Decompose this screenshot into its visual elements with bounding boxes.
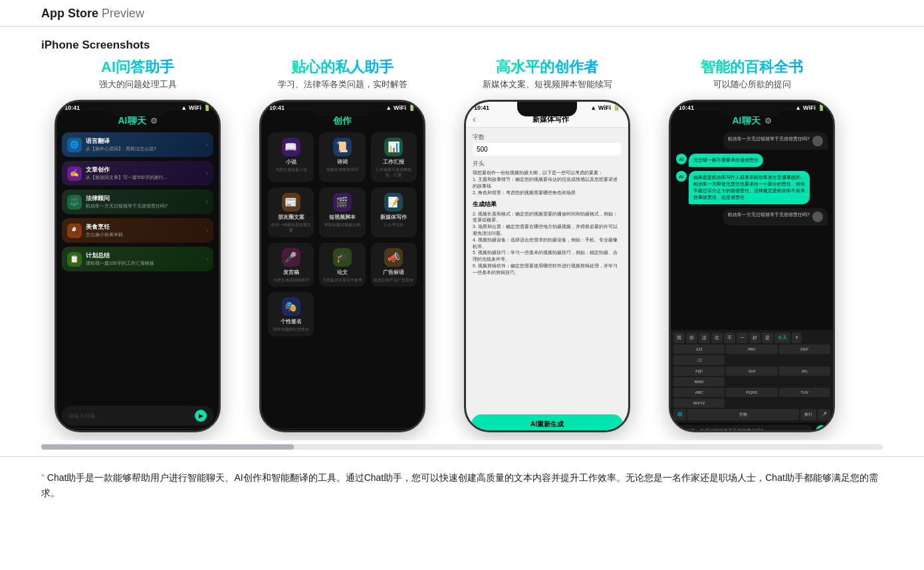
key-mno[interactable]: MNO	[673, 377, 725, 386]
grid-item[interactable]: 📝 新媒体写作 公众号写作	[371, 188, 417, 237]
chevron-right-icon: ›	[206, 141, 208, 148]
screen4: AI聊天 ⚙ 机动车一方无过错就等于无偿偿责任吗? AI 无过错一般不需要承担侵…	[671, 111, 833, 432]
gear-icon: ⚙	[764, 116, 772, 126]
chevron-right-icon: ›	[206, 198, 208, 206]
chevron-right-icon: ›	[206, 255, 208, 263]
chat-item-icon: 🍳	[67, 223, 82, 238]
key-globe[interactable]: 🌐	[673, 409, 686, 420]
list-item[interactable]: 🌐 语言翻译 从【旅外心灵回】: 用简洁怎么说? ›	[62, 132, 213, 157]
grid-item[interactable]: 🎓 论文 为您提供文章写作参考	[319, 243, 365, 287]
phone3-notch	[517, 102, 577, 116]
tab-mine[interactable]: 我的	[392, 432, 401, 432]
key-123[interactable]: 123	[673, 345, 725, 354]
screen3: ‹ 新媒体写作 字数 500 开头 我想要创作一份短视频拍摄大纲，以下是一些可以…	[466, 111, 628, 432]
scroll-thumb	[41, 444, 294, 450]
keyboard-bot-row: ABC PQRS TUV WXYZ	[673, 388, 830, 408]
chat-item-icon: 🌐	[67, 138, 82, 152]
message-user: 机动车一方无过错就等于无偿偿责任吗?	[723, 132, 828, 150]
tab-home[interactable]: 首页	[284, 432, 293, 432]
back-button[interactable]: ‹	[473, 114, 476, 124]
list-item[interactable]: ⚖️ 法律顾问 机动车一方无过错就等于无偿偿责任吗? ›	[62, 190, 213, 214]
key-pqrs[interactable]: PQRS	[726, 388, 777, 397]
grid-item[interactable]: 📊 工作汇报 工作成果写成成果报告，汇报	[371, 132, 417, 182]
phone2-subtitle: 学习、法律等各类问题，实时解答	[278, 78, 407, 90]
key-space[interactable]: 空格	[687, 409, 799, 420]
grid-item-icon: 📖	[282, 138, 300, 156]
tab-home[interactable]: 首页	[79, 432, 88, 432]
grid-item[interactable]: 🎤 发言稿 为您生成演讲稿技巧	[268, 243, 314, 287]
key-ghi[interactable]: #@!	[673, 366, 725, 376]
chat-input[interactable]: 机动车一方无过错就等于无偿偿责任吗?	[676, 425, 813, 432]
key-wxyz[interactable]: WXYZ	[673, 398, 725, 408]
s3-body: 字数 500 开头 我想要创作一份短视频拍摄大纲，以下是一些可以考虑的要素：1.…	[466, 128, 628, 409]
chat-item-title: 法律顾问	[86, 194, 202, 203]
chat-item-icon: ⚖️	[67, 195, 82, 210]
phone2-notch	[312, 102, 372, 116]
key-abc[interactable]: ABC	[726, 345, 777, 354]
screenshots-scroll[interactable]: AI问答助手 强大的问题处理工具 10:41 ▲ WiFi 🔋 AI聊天 ⚙	[0, 59, 924, 440]
s2-grid: 📖 小说 为您生成短篇小说 📜 诗词 智能生成格律诗词 📊 工作汇报	[261, 130, 423, 339]
grid-item[interactable]: 📣 广告标语 给您定制产品广告宣传	[371, 243, 417, 287]
chat-item-title: 美食烹饪	[86, 223, 202, 231]
app-store-header: App Store Preview	[0, 0, 924, 27]
list-item[interactable]: ✍️ 文章创作 从【旅游回文章】写一篇500字的旅行... ›	[62, 161, 213, 186]
key-tuv[interactable]: TUV	[779, 388, 830, 397]
chat-list: 🌐 语言翻译 从【旅外心灵回】: 用简洁怎么说? › ✍️ 文章创作 从	[57, 130, 219, 274]
tab-create[interactable]: 创作	[133, 432, 142, 432]
grid-item-icon: 📝	[384, 193, 403, 212]
phone1-subtitle: 强大的问题处理工具	[99, 78, 177, 90]
phone-card-2: 贴心的私人助手 学习、法律等各类问题，实时解答 10:41 ▲ WiFi 🔋 创…	[246, 59, 439, 432]
grid-item[interactable]: 🎬 短视频脚本 帮助创建短视频大纲	[319, 188, 365, 237]
chat-messages: 机动车一方无过错就等于无偿偿责任吗? AI 无过错一般不需要承担侵偿责任 AI …	[671, 130, 833, 330]
section-label: iPhone Screenshots	[0, 27, 924, 59]
send-button[interactable]: ▶	[195, 410, 207, 422]
key-abc2[interactable]: ABC	[673, 388, 725, 397]
key-def[interactable]: DEF	[779, 345, 830, 354]
preview-label: Preview	[102, 7, 144, 20]
grid-item[interactable]: 🎭 个性签名 制作有趣的社交签名	[268, 292, 314, 337]
grid-item[interactable]: 📰 朋友圈文案 给你一种新的朋友圈文案	[268, 188, 314, 237]
user-avatar	[812, 212, 823, 222]
message-ai: 如果是是机动车与行人或者非机动车发生交通事故的，机动车一方即使无责任也要承担一小…	[689, 171, 810, 204]
chevron-right-icon: ›	[206, 170, 208, 177]
keyboard: 我 你 这 在 不 一 好 是 今天 ∨ 123	[671, 330, 833, 422]
phone-card-3: 高水平的创作者 新媒体文案、短视频脚本智能续写 10:41 ▲ WiFi 🔋 ‹…	[451, 59, 643, 432]
phone1-frame: 10:41 ▲ WiFi 🔋 AI聊天 ⚙ 🌐	[55, 100, 221, 432]
grid-item[interactable]: 📜 诗词 智能生成格律诗词	[319, 132, 365, 182]
chevron-right-icon: ›	[206, 227, 208, 234]
chat-item-title: 计划总结	[86, 251, 202, 260]
phone1-notch	[108, 102, 168, 116]
status-icons: ▲ WiFi 🔋	[181, 104, 211, 111]
phone4-title: 智能的百科全书	[701, 59, 803, 76]
keyboard-suggestions: 我 你 这 在 不 一 好 是 今天 ∨	[673, 333, 830, 343]
tab-create[interactable]: 创作	[338, 432, 347, 432]
key-ghi2[interactable]: GHI	[726, 366, 777, 376]
grid-item-icon: 📣	[384, 248, 403, 267]
message-ai: 无过错一般不需要承担侵偿责任	[689, 154, 763, 167]
send-button[interactable]: ▶	[816, 425, 828, 432]
phone4-frame: 10:41 ▲ WiFi 🔋 AI聊天 ⚙ 机动车一方无过错就等于无偿偿责任吗	[669, 100, 835, 432]
key-jkl[interactable]: JKL	[779, 366, 830, 376]
phone-card-1: AI问答助手 强大的问题处理工具 10:41 ▲ WiFi 🔋 AI聊天 ⚙	[41, 59, 234, 432]
s1-input[interactable]: 请输入问题... ▶	[62, 406, 213, 426]
list-item[interactable]: 🍳 美食烹饪 怎么做小份黄米糕 ›	[62, 218, 213, 243]
key-mic[interactable]: 🎤	[818, 409, 830, 420]
grid-item-icon: 🎓	[333, 248, 352, 267]
ai-avatar: AI	[676, 154, 687, 164]
grid-item[interactable]: 📖 小说 为您生成短篇小说	[268, 132, 314, 182]
phone2-frame: 10:41 ▲ WiFi 🔋 创作 📖 小说	[259, 100, 425, 432]
scroll-track[interactable]	[41, 444, 883, 450]
phone3-subtitle: 新媒体文案、短视频脚本智能续写	[483, 78, 612, 90]
list-item[interactable]: 📋 计划总结 请给我一篇100字的工作汇报模板 ›	[62, 247, 213, 271]
screen2: 创作 📖 小说 为您生成短篇小说 📜 诗词 智能生成格律诗词	[261, 111, 423, 432]
key-enter[interactable]: 换行	[800, 409, 816, 420]
ai-regenerate-button[interactable]: AI重新生成	[471, 414, 623, 432]
grid-item-icon: 🎭	[282, 297, 300, 316]
phone2-title: 贴心的私人助手	[291, 59, 394, 76]
ai-avatar: AI	[676, 171, 687, 182]
grid-item-icon: 📊	[384, 138, 403, 156]
key-del[interactable]: ⌫	[673, 355, 725, 365]
grid-item-icon: 📰	[282, 193, 300, 212]
tab-mine[interactable]: 我的	[187, 432, 196, 432]
keyboard-num-row: 123 ABC DEF ⌫	[673, 345, 830, 365]
